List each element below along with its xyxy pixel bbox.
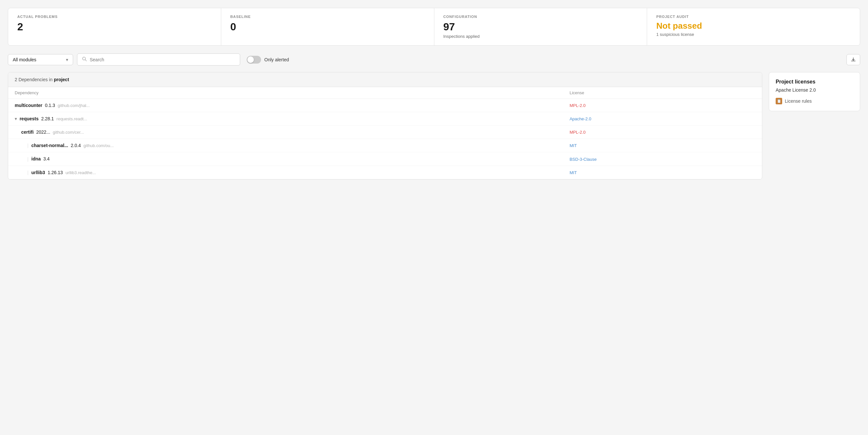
table-row[interactable]: idna 3.4BSD-3-Clause <box>8 152 762 166</box>
project-audit-sub: 1 suspicious license <box>656 32 851 37</box>
project-licenses-card: Project licenses Apache License 2.0 📋 Li… <box>769 72 860 111</box>
main-layout: 2 Dependencies in project Dependency Lic… <box>8 72 860 180</box>
deps-header-count: 2 Dependencies in <box>15 77 53 82</box>
license-badge[interactable]: MIT <box>569 170 577 175</box>
top-cards-container: ACTUAL PROBLEMS 2 BASELINE 0 CONFIGURATI… <box>8 8 860 46</box>
dep-url[interactable]: github.com/cer... <box>53 130 84 135</box>
actual-problems-card: ACTUAL PROBLEMS 2 <box>8 8 221 45</box>
indent-bar <box>28 143 28 148</box>
dep-name: charset-normal... <box>31 143 68 148</box>
baseline-label: BASELINE <box>230 15 425 19</box>
deps-header: 2 Dependencies in project <box>8 72 762 87</box>
dep-name: urllib3 <box>31 170 45 175</box>
dep-version: 2.0.4 <box>69 143 81 148</box>
license-rules-label: License rules <box>785 98 812 104</box>
toggle-knob <box>247 57 254 63</box>
dep-version: 2022... <box>35 130 50 135</box>
svg-line-1 <box>85 60 87 61</box>
search-box[interactable] <box>77 54 240 66</box>
dep-name: multicounter <box>15 103 42 108</box>
configuration-value: 97 <box>443 21 638 33</box>
project-audit-card: PROJECT AUDIT Not passed 1 suspicious li… <box>647 8 860 45</box>
dep-version: 0.1.3 <box>44 103 55 108</box>
chevron-down-icon: ▾ <box>66 57 68 62</box>
baseline-card: BASELINE 0 <box>221 8 434 45</box>
license-rules-icon: 📋 <box>776 98 782 104</box>
dependencies-panel: 2 Dependencies in project Dependency Lic… <box>8 72 762 180</box>
project-audit-value[interactable]: Not passed <box>656 21 851 31</box>
configuration-card: CONFIGURATION 97 Inspections applied <box>434 8 647 45</box>
download-icon <box>851 57 856 62</box>
only-alerted-toggle-group: Only alerted <box>247 56 289 64</box>
modules-dropdown[interactable]: All modules ▾ <box>8 54 73 65</box>
deps-table: Dependency License multicounter 0.1.3git… <box>8 87 762 179</box>
dep-version: 1.26.13 <box>46 170 63 175</box>
modules-selected-label: All modules <box>13 57 36 62</box>
project-licenses-value: Apache License 2.0 <box>776 88 853 93</box>
table-row[interactable]: ▾ requests 2.28.1requests.readt...Apache… <box>8 112 762 126</box>
license-badge[interactable]: MPL-2.0 <box>569 130 585 135</box>
table-row[interactable]: certifi 2022...github.com/cer...MPL-2.0 <box>8 126 762 139</box>
col-dependency: Dependency <box>8 87 563 99</box>
dep-version: 3.4 <box>42 156 50 161</box>
dep-url[interactable]: github.com/ou... <box>84 143 114 148</box>
dep-name: idna <box>31 156 41 161</box>
license-rules-button[interactable]: 📋 License rules <box>776 98 812 104</box>
dep-url[interactable]: urllib3.readthe... <box>66 170 96 175</box>
indent-bar <box>28 171 28 175</box>
download-button[interactable] <box>846 54 860 65</box>
license-badge[interactable]: BSD-3-Clause <box>569 157 596 162</box>
license-badge[interactable]: Apache-2.0 <box>569 116 591 121</box>
indent-bar <box>28 157 28 162</box>
toolbar: All modules ▾ Only alerted <box>8 54 860 66</box>
configuration-sub: Inspections applied <box>443 34 638 39</box>
actual-problems-value: 2 <box>17 21 212 33</box>
table-row[interactable]: urllib3 1.26.13urllib3.readthe...MIT <box>8 166 762 179</box>
license-badge[interactable]: MPL-2.0 <box>569 103 585 108</box>
project-licenses-title: Project licenses <box>776 79 853 85</box>
baseline-value: 0 <box>230 21 425 33</box>
col-license: License <box>563 87 762 99</box>
search-input[interactable] <box>90 57 235 62</box>
actual-problems-label: ACTUAL PROBLEMS <box>17 15 212 19</box>
dep-url[interactable]: github.com/jhal... <box>58 103 90 108</box>
chevron-down-icon: ▾ <box>15 116 18 121</box>
table-row[interactable]: multicounter 0.1.3github.com/jhal...MPL-… <box>8 99 762 112</box>
configuration-label: CONFIGURATION <box>443 15 638 19</box>
dep-name: requests <box>20 116 38 121</box>
deps-header-bold: project <box>54 77 69 82</box>
sidebar-panel: Project licenses Apache License 2.0 📋 Li… <box>769 72 860 111</box>
dep-name: certifi <box>21 130 34 135</box>
project-audit-label: PROJECT AUDIT <box>656 15 851 19</box>
dep-url[interactable]: requests.readt... <box>57 116 87 121</box>
dep-version: 2.28.1 <box>40 116 54 121</box>
table-header-row: Dependency License <box>8 87 762 99</box>
license-badge[interactable]: MIT <box>569 143 577 148</box>
search-icon <box>82 57 87 63</box>
only-alerted-toggle[interactable] <box>247 56 261 64</box>
table-row[interactable]: charset-normal... 2.0.4github.com/ou...M… <box>8 139 762 152</box>
only-alerted-label: Only alerted <box>264 57 289 62</box>
